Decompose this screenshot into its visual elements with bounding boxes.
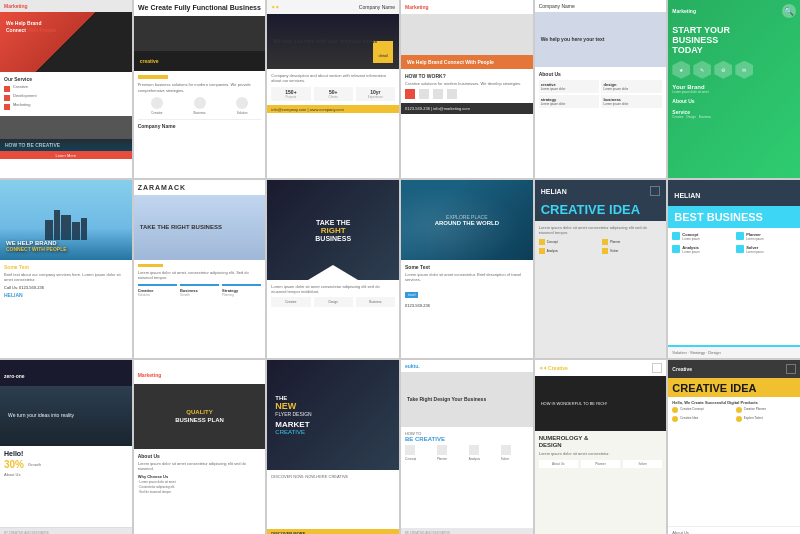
- card16-icon-4: Solver: [501, 445, 529, 461]
- card10-content: Some Text Lorem ipsum dolor sit amet con…: [401, 260, 533, 358]
- card-quality-business[interactable]: Marketing QUALITY BUSINESS PLAN About Us…: [134, 360, 266, 534]
- card-marketing-orange[interactable]: Marketing We Help Brand Connect With Peo…: [401, 0, 533, 178]
- card3-content: Company description and about section wi…: [267, 69, 399, 105]
- card-helian-best[interactable]: HELIAN BEST BUSINESS Concept Lorem ipsum…: [668, 180, 800, 358]
- card1-hero-text: We Help BrandConnect With People: [6, 20, 56, 33]
- card-green-business[interactable]: Marketing 🔍 START YOUR BUSINESS TODAY ★ …: [668, 0, 800, 178]
- card6-search-icon: 🔍: [782, 4, 796, 18]
- card-around-world[interactable]: EXPLORE PLACE AROUND THE WORLD Some Text…: [401, 180, 533, 358]
- card17-content: NUMEROLOGY & DESIGN Lorem ipsum dolor si…: [535, 431, 667, 534]
- card7-building-4: [72, 222, 80, 240]
- card1-content: Our Service Creative Development Marketi…: [0, 72, 132, 116]
- card6-title: START YOUR BUSINESS TODAY: [668, 22, 800, 58]
- card2-icon-1: Creative: [138, 97, 177, 115]
- card11-creative-idea-container: CREATIVE IDEA: [535, 199, 667, 221]
- card12-item1-icon: [672, 232, 680, 240]
- card8-content: Lorem ipsum dolor sit amet, consectetur …: [134, 260, 266, 301]
- card1-bottom-img: HOW TO BE CREATIVE: [0, 116, 132, 151]
- card8-stat1-lbl: Solutions: [138, 293, 177, 297]
- card-euktu[interactable]: euktu. Take Right Design Your Business H…: [401, 360, 533, 534]
- card18-item2-icon: [736, 407, 742, 413]
- card-new-flyer[interactable]: THE NEW FLYER DESIGN MARKET CREATIVE DIS…: [267, 360, 399, 534]
- card16-icon-2: Planner: [437, 445, 465, 461]
- card-dark-triangle[interactable]: TAKE THE RIGHT BUSINESS Lorem ipsum dolo…: [267, 180, 399, 358]
- card16-icon-3: Analysis: [469, 445, 497, 461]
- card6-logo: Marketing: [672, 8, 696, 14]
- card2-icons: Creative Business Solution: [138, 97, 262, 115]
- card1-dot-3: [4, 104, 10, 110]
- card14-why-2: · Consectetur adipiscing elit: [138, 485, 262, 489]
- card12-item3-text: Analysis Lorem ipsum: [682, 245, 699, 254]
- card12-item3-desc: Lorem ipsum: [682, 250, 699, 254]
- card4-hero-overlay: We Help Brand Connect With People: [401, 55, 533, 69]
- card2-company: Company Name: [138, 119, 262, 129]
- card16-logo: euktu.: [405, 363, 420, 369]
- card12-item-3: Analysis Lorem ipsum: [672, 245, 732, 254]
- card-helian-creative[interactable]: HELIAN CREATIVE IDEA Lorem ipsum dolor s…: [535, 180, 667, 358]
- card-zerotone[interactable]: zero·one We turn your ideas into reality…: [0, 360, 132, 534]
- card4-hero: We Help Brand Connect With People: [401, 14, 533, 69]
- card6-hex-3: ⚙: [714, 61, 732, 79]
- card10-hero: EXPLORE PLACE AROUND THE WORLD: [401, 180, 533, 260]
- card11-top: HELIAN: [535, 180, 667, 199]
- card6-hex-1: ★: [672, 61, 690, 79]
- card6-your-brand: Your Brand Lorem ipsum dolor sit amet: [668, 82, 800, 96]
- card-creative-idea-yellow[interactable]: Creative CREATIVE IDEA Hello, We Create …: [668, 360, 800, 534]
- card14-content: About Us Lorem ipsum dolor sit amet cons…: [134, 449, 266, 534]
- card15-new: NEW: [275, 401, 296, 411]
- card17-title-1: NUMEROLOGY &: [539, 435, 589, 441]
- card15-market: MARKET: [275, 420, 309, 429]
- card6-hexagons: ★ ✎ ⚙ ✉: [668, 58, 800, 82]
- card2-circle-3: [236, 97, 248, 109]
- card-functional-business[interactable]: We Create Fully Functional Business crea…: [134, 0, 266, 178]
- card-blue-city[interactable]: WE HELP BRAND CONNECT WITH PEOPLE Some T…: [0, 180, 132, 358]
- card18-about-text: About Us: [672, 530, 796, 534]
- card10-contact: 0123-569-236: [405, 303, 529, 308]
- card-marketing-red[interactable]: Marketing We Help BrandConnect With Peop…: [0, 0, 132, 178]
- card17-top: ✦✦ Creative: [535, 360, 667, 376]
- card16-top: euktu.: [401, 360, 533, 372]
- card17-info: Lorem ipsum dolor sit amet consectetur.: [539, 451, 663, 456]
- card2-creative-text: creative: [140, 58, 159, 64]
- card7-yellow-text: Some Text: [4, 264, 128, 270]
- card1-cta: Learn More: [56, 153, 76, 158]
- card6-about: About Us: [668, 96, 800, 106]
- card5-item-2: design Lorem ipsum dolor: [601, 80, 662, 93]
- card5-top: Company Name: [535, 0, 667, 12]
- card14-why-3: · Sed do eiusmod tempor: [138, 490, 262, 494]
- card9-hero: TAKE THE RIGHT BUSINESS: [267, 180, 399, 280]
- card6-about-text: About Us: [672, 98, 796, 104]
- card15-content: DISCOVER NOW: NOW-HERE CREATIVE: [267, 470, 399, 529]
- card16-hero-text: Take Right Design Your Business: [407, 396, 486, 403]
- card12-items: Concept Lorem ipsum Planner Lorem ipsum …: [672, 232, 796, 254]
- card18-item4-icon: [736, 416, 742, 422]
- card11-item1-icon: [539, 239, 545, 245]
- card5-item-3: strategy Lorem ipsum dolor: [539, 95, 600, 108]
- card4-top: Marketing: [401, 0, 533, 14]
- card3-stat2-lbl: Clients: [316, 95, 351, 99]
- card-zaramack[interactable]: ZARAMACK TAKE THE RIGHT BUSINESS Lorem i…: [134, 180, 266, 358]
- card-company-light[interactable]: Company Name We help you here your text …: [535, 0, 667, 178]
- card8-hero: TAKE THE RIGHT BUSINESS: [134, 195, 266, 260]
- card12-item2-desc: Lorem ipsum: [746, 237, 763, 241]
- card6-top: Marketing 🔍: [668, 0, 800, 22]
- card12-item-1: Concept Lorem ipsum: [672, 232, 732, 241]
- card5-hero-text: We help you here your text: [541, 36, 605, 43]
- card15-hero: THE NEW FLYER DESIGN MARKET CREATIVE: [267, 360, 399, 470]
- card13-pct-text: Growth: [28, 462, 41, 467]
- card11-item4-icon: [602, 248, 608, 254]
- card6-service: Service Creative Design Business: [668, 106, 800, 122]
- card9-info: Lorem ipsum dolor sit amet consectetur a…: [271, 284, 395, 294]
- card3-info: Company description and about section wi…: [271, 73, 395, 83]
- card11-content: Lorem ipsum dolor sit amet consectetur a…: [535, 221, 667, 358]
- card9-icon-1: Creative: [271, 297, 310, 307]
- card1-item-3: Marketing: [4, 103, 128, 110]
- card-company-yellow[interactable]: ✦✦ Company Name We help you here with yo…: [267, 0, 399, 178]
- card3-stat3-lbl: Experience: [358, 95, 393, 99]
- card12-item3-icon: [672, 245, 680, 253]
- card17-about: About Us: [539, 460, 578, 468]
- card5-content: About Us creative Lorem ipsum dolor desi…: [535, 67, 667, 112]
- card7-hero-text-container: WE HELP BRAND CONNECT WITH PEOPLE: [6, 240, 67, 252]
- card16-icon3-sq: [469, 445, 479, 455]
- card-bw-business[interactable]: ✦✦ Creative HOW IS WONDERFUL TO BE RICH!…: [535, 360, 667, 534]
